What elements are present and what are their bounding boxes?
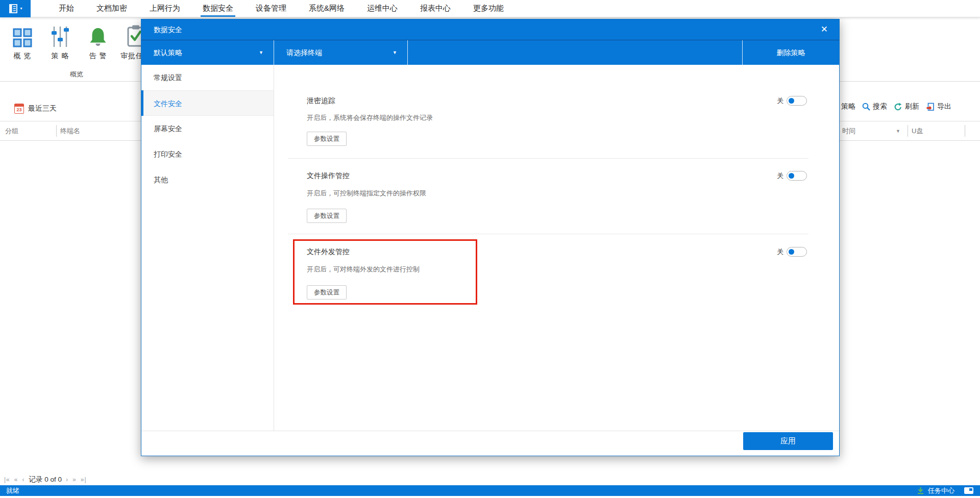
message-window-icon[interactable] [964,487,973,494]
app-menu-button[interactable]: ▾ [0,0,31,17]
sidebar-item-screen-security[interactable]: 屏幕安全 [141,116,274,141]
date-range-filter[interactable]: 23 最近三天 [14,104,57,114]
apply-button[interactable]: 应用 [743,432,833,450]
close-icon[interactable]: ✕ [821,19,828,40]
setting-title-file-operation-control: 文件操作管控 [307,170,350,181]
app-window: ▾ 开始 文档加密 上网行为 数据安全 设备管理 系统&网络 运维中心 报表中心… [0,0,980,498]
document-list-icon [8,4,18,14]
dialog-toolbar: 默认策略 ▼ 请选择终端 ▼ 删除策略 [141,40,839,65]
task-center-button[interactable]: 任务中心 [928,486,954,495]
dialog-content: 泄密追踪 开启后，系统将会保存终端的操作文件记录 参数设置 关 文件操作管控 开… [274,65,839,431]
column-divider [908,125,908,137]
setting-description: 开启后，可对终端外发的文件进行控制 [307,265,420,274]
toggle-switch-off [787,247,807,257]
tab-more-features[interactable]: 更多功能 [473,0,504,17]
sidebar-item-other[interactable]: 其他 [141,167,274,192]
ribbon-label: 策 略 [52,52,69,61]
toggle-switch-off [787,171,807,181]
table-tools: 策略 搜索 刷新 导出 [831,99,951,114]
pager-last-button[interactable]: »| [81,476,87,483]
divider [288,234,808,234]
dialog-titlebar: 数据安全 ✕ [141,19,839,40]
pager-fast-next-button[interactable]: » [72,476,77,483]
tab-device-management[interactable]: 设备管理 [256,0,286,17]
menu-tabs: 开始 文档加密 上网行为 数据安全 设备管理 系统&网络 运维中心 报表中心 更… [31,0,504,17]
delete-policy-button[interactable]: 删除策略 [742,40,839,65]
pager-next-button[interactable]: › [66,476,68,483]
setting-title-leak-tracking: 泄密追踪 [307,95,335,106]
tab-web-behavior[interactable]: 上网行为 [150,0,180,17]
ribbon-item-overview[interactable]: 概 览 [4,22,41,61]
record-count-label: 记录 0 of 0 [29,475,62,484]
dialog-footer: 应用 [141,431,839,456]
search-button[interactable]: 搜索 [862,102,887,111]
ribbon-item-alert[interactable]: 告 警 [80,22,116,61]
terminal-select-dropdown[interactable]: 请选择终端 ▼ [274,40,408,65]
ribbon-label: 告 警 [89,52,107,61]
toggle-file-outgoing-control[interactable]: 关 [777,246,807,257]
column-header-terminal-name[interactable]: 终端名 [60,121,80,141]
calendar-icon: 23 [14,104,24,114]
top-menubar: ▾ 开始 文档加密 上网行为 数据安全 设备管理 系统&网络 运维中心 报表中心… [0,0,980,17]
export-icon [926,103,935,111]
tab-report-center[interactable]: 报表中心 [420,0,451,17]
ribbon-item-policy[interactable]: 策 略 [42,22,79,61]
caret-down-icon: ▾ [20,7,22,11]
column-divider [965,125,965,137]
sidebar-item-print-security[interactable]: 打印安全 [141,141,274,167]
column-header-usb[interactable]: U盘 [912,121,923,141]
dialog-title: 数据安全 [154,19,182,40]
chevron-down-icon: ▼ [393,40,397,65]
export-button[interactable]: 导出 [926,102,951,111]
pagination-bar: |« « ‹ 记录 0 of 0 › » »| [4,474,87,485]
sidebar-item-general-settings[interactable]: 常规设置 [141,65,274,90]
status-bar: 就绪 任务中心 [0,485,980,496]
toggle-state-label: 关 [777,247,783,257]
pager-prev-button[interactable]: ‹ [22,476,24,483]
ribbon-group-caption: 概览 [0,70,153,79]
download-icon [917,487,924,494]
pager-fast-prev-button[interactable]: « [14,476,18,483]
chevron-down-icon: ▼ [259,40,263,65]
toggle-state-label: 关 [777,171,783,181]
tab-start[interactable]: 开始 [59,0,74,17]
alert-bell-icon [88,22,108,48]
param-settings-button[interactable]: 参数设置 [307,285,347,300]
data-security-dialog: 数据安全 ✕ 默认策略 ▼ 请选择终端 ▼ 删除策略 常规设置 文件安全 屏幕安… [141,19,840,456]
dialog-sidebar: 常规设置 文件安全 屏幕安全 打印安全 其他 [141,65,274,431]
policy-select-dropdown[interactable]: 默认策略 ▼ [141,40,274,65]
setting-title-file-outgoing-control: 文件外发管控 [307,246,350,257]
param-settings-button[interactable]: 参数设置 [307,209,347,223]
tab-ops-center[interactable]: 运维中心 [367,0,398,17]
refresh-icon [894,103,902,111]
refresh-button[interactable]: 刷新 [894,102,919,111]
search-icon [862,103,870,111]
column-divider [56,125,57,137]
toggle-state-label: 关 [777,96,783,106]
toggle-leak-tracking[interactable]: 关 [777,95,807,106]
toggle-switch-off [787,96,807,106]
overview-grid-icon [12,22,33,48]
ribbon-label: 概 览 [14,52,32,61]
tab-data-security[interactable]: 数据安全 [203,0,233,17]
date-range-label: 最近三天 [28,104,57,113]
pager-first-button[interactable]: |« [4,476,10,483]
tab-system-network[interactable]: 系统&网络 [309,0,345,17]
setting-description: 开启后，系统将会保存终端的操作文件记录 [307,113,433,122]
param-settings-button[interactable]: 参数设置 [307,132,347,146]
setting-description: 开启后，可控制终端指定文件的操作权限 [307,189,426,198]
column-header-time[interactable]: 时间 [842,121,855,141]
column-header-group[interactable]: 分组 [5,121,18,141]
policy-sliders-icon [51,22,70,48]
sidebar-item-file-security[interactable]: 文件安全 [141,90,274,116]
divider [288,158,808,159]
tab-doc-encryption[interactable]: 文档加密 [96,0,127,17]
chevron-down-icon[interactable]: ▼ [896,121,900,141]
toggle-file-operation-control[interactable]: 关 [777,170,807,181]
status-ready-label: 就绪 [0,486,19,495]
